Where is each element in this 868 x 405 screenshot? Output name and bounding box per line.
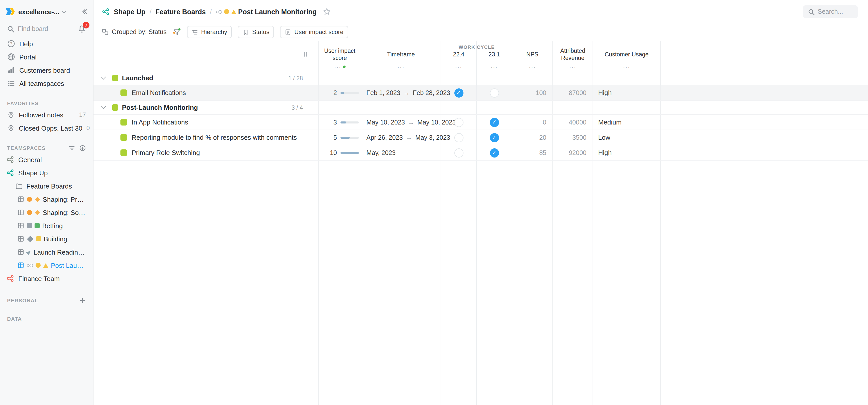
filter-button[interactable] [173, 28, 181, 36]
timeframe-cell[interactable]: Feb 1, 2023 → Feb 28, 2023 [361, 85, 441, 100]
checkbox-23-1[interactable] [490, 118, 499, 127]
checkbox-23-1[interactable] [490, 133, 499, 142]
sidebar-item-all-teamspaces[interactable]: All teamspaces [0, 77, 93, 90]
table-empty-area [94, 161, 868, 405]
add-personal-icon[interactable] [79, 297, 86, 304]
column-menu-icon[interactable] [553, 65, 593, 70]
group-name: Post-Launch Monitoring [122, 104, 198, 111]
checkbox-22-4[interactable] [454, 148, 463, 157]
teamspace-label: General [18, 156, 42, 163]
teamspace-branch-icon [6, 155, 14, 164]
breadcrumb-feature-boards[interactable]: Feature Boards [156, 8, 206, 15]
sidebar-item-closed-opps[interactable]: Closed Opps. Last 30 0 [0, 121, 93, 135]
usage-cell[interactable]: High [593, 145, 661, 160]
sidebar-item-customers-board[interactable]: Customers board [0, 64, 93, 77]
notifications-button[interactable]: 7 [78, 25, 86, 33]
sidebar-item-help[interactable]: ? Help [0, 37, 93, 50]
checkbox-22-4[interactable] [454, 118, 463, 127]
timeframe-cell[interactable]: May 10, 2023 → May 10, 2023 [361, 115, 441, 130]
nps-cell[interactable]: -20 [512, 130, 553, 145]
usage-cell[interactable]: High [593, 85, 661, 100]
work-cycle-22-4-cell [441, 85, 477, 100]
sidebar-board-post-launch-monitoring[interactable]: Post Launch Mo... [0, 259, 93, 272]
revenue-cell[interactable]: 3500 [553, 130, 593, 145]
group-header-cell[interactable]: Post-Launch Monitoring 3 / 4 [94, 101, 319, 114]
column-header-user-impact-score[interactable]: User impact score [319, 41, 361, 71]
favorite-star-icon[interactable] [323, 8, 331, 16]
workspace-switcher[interactable]: excellence-... [0, 0, 93, 20]
feature-name: Email Notifications [132, 89, 186, 97]
column-settings-icon[interactable] [302, 51, 309, 58]
column-header-attributed-revenue[interactable]: Attributed Revenue [553, 41, 593, 71]
revenue-cell[interactable]: 40000 [553, 115, 593, 130]
feature-name-cell[interactable]: Reporting module to find % of responses … [94, 130, 319, 145]
user-impact-score-cell[interactable]: 5 [319, 130, 361, 145]
column-menu-icon[interactable] [441, 65, 476, 70]
sidebar-item-followed-notes[interactable]: Followed notes 17 [0, 108, 93, 121]
nps-cell[interactable]: 85 [512, 145, 553, 160]
add-teamspace-icon[interactable] [79, 145, 86, 151]
hierarchy-button[interactable]: Hierarchy [187, 26, 232, 38]
sidebar-teamspace-finance[interactable]: Finance Team [0, 272, 93, 285]
empty-cell [512, 71, 553, 85]
grouped-by-button[interactable]: Grouped by: Status [102, 28, 166, 36]
sidebar-board-launch-readiness[interactable]: Launch Readiness [0, 245, 93, 259]
revenue-cell[interactable]: 87000 [553, 85, 593, 100]
revenue-cell[interactable]: 92000 [553, 145, 593, 160]
user-impact-score-cell[interactable]: 2 [319, 85, 361, 100]
collapse-chevron-icon[interactable] [101, 104, 106, 109]
user-impact-score-cell[interactable]: 3 [319, 115, 361, 130]
column-header-timeframe[interactable]: Timeframe [361, 41, 441, 71]
feature-name-cell[interactable]: In App Notifications [94, 115, 319, 130]
sidebar-board-building[interactable]: Building [0, 232, 93, 245]
sidebar-board-shaping-solutions[interactable]: Shaping: Solutions [0, 206, 93, 219]
user-impact-score-button[interactable]: User impact score [280, 26, 348, 38]
column-menu-icon[interactable] [477, 65, 512, 70]
sidebar-teamspace-general[interactable]: General [0, 153, 93, 166]
board-grid-icon [17, 209, 24, 216]
nps-cell[interactable]: 0 [512, 115, 553, 130]
column-menu-icon[interactable] [593, 65, 660, 70]
sort-filter-icon[interactable] [69, 145, 75, 151]
column-menu-icon[interactable] [319, 65, 361, 70]
empty-cell [361, 101, 441, 114]
user-impact-score-cell[interactable]: 10 [319, 145, 361, 160]
sidebar-folder-feature-boards[interactable]: Feature Boards [0, 179, 93, 193]
workspace-chevron-icon[interactable] [62, 9, 66, 13]
empty-cell [553, 71, 593, 85]
sidebar-board-shaping-problems[interactable]: Shaping: Problems [0, 193, 93, 206]
checkbox-22-4[interactable] [454, 88, 463, 97]
sidebar-item-portal[interactable]: Portal [0, 50, 93, 64]
checkbox-23-1[interactable] [490, 88, 499, 97]
column-header-customer-usage[interactable]: Customer Usage [593, 41, 661, 71]
usage-cell[interactable]: Low [593, 130, 661, 145]
table-row-email-notifications: Email Notifications 2 Feb 1, 2023 → Feb … [94, 85, 868, 101]
column-header-nps[interactable]: NPS [512, 41, 553, 71]
collapse-chevron-icon[interactable] [101, 74, 106, 80]
breadcrumb-shape-up[interactable]: Shape Up [114, 8, 146, 15]
usage-cell[interactable]: Medium [593, 115, 661, 130]
checkbox-22-4[interactable] [454, 133, 463, 142]
score-bar [340, 152, 359, 154]
status-field-button[interactable]: Status [238, 26, 274, 38]
column-menu-icon[interactable] [512, 65, 552, 70]
orange-diamond-emoji-icon [35, 197, 40, 202]
find-board-search[interactable]: Find board 7 [0, 20, 93, 37]
empty-cell [593, 101, 661, 114]
group-header-cell[interactable]: Launched 1 / 28 [94, 71, 319, 85]
feature-name-cell[interactable]: Email Notifications [94, 85, 319, 100]
checkbox-23-1[interactable] [490, 148, 499, 157]
global-search[interactable]: Search... [803, 5, 858, 18]
feature-name-cell[interactable]: Primary Role Switching [94, 145, 319, 160]
timeframe-cell[interactable]: May, 2023 → [361, 145, 441, 160]
name-column-header [94, 41, 319, 71]
timeframe-cell[interactable]: Apr 26, 2023 → May 3, 2023 [361, 130, 441, 145]
orange-circle-emoji-icon [27, 210, 32, 215]
nps-cell[interactable]: 100 [512, 85, 553, 100]
folder-icon [15, 182, 23, 190]
sidebar-teamspace-shape-up[interactable]: Shape Up [0, 166, 93, 179]
sidebar-item-label: Help [19, 40, 33, 48]
sidebar-board-betting[interactable]: Betting [0, 219, 93, 232]
sidebar-collapse-icon[interactable] [81, 8, 88, 15]
column-menu-icon[interactable] [361, 65, 441, 70]
